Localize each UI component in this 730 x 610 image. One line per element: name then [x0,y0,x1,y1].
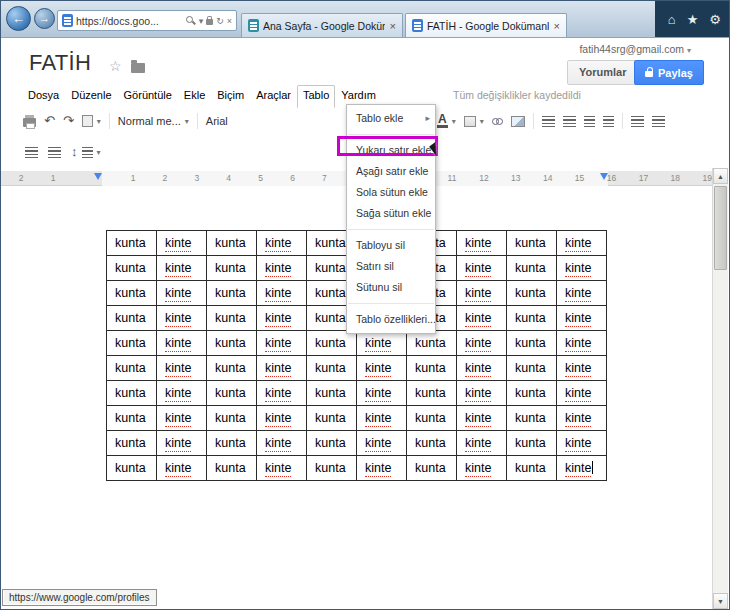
font-dropdown[interactable]: Arial [206,115,228,127]
table-cell[interactable]: kinte [257,256,307,281]
table-cell[interactable]: kunta [307,456,357,481]
justify-icon[interactable] [25,147,38,158]
menu-item-tablo-ekle[interactable]: Tablo ekle▸ [347,108,435,129]
table-cell[interactable]: kunta [107,406,157,431]
table-cell[interactable]: kunta [507,306,557,331]
undo-icon[interactable]: ↶ [44,114,55,128]
menu-yard-m[interactable]: Yardım [335,85,382,105]
fill-color-button[interactable]: ▾ [464,116,484,127]
table-cell[interactable]: kinte [257,331,307,356]
scroll-down-button[interactable]: ▼ [713,593,728,609]
print-icon[interactable] [23,118,36,127]
tab-fatih[interactable]: FATİH - Google Dokümanlar × [405,13,567,37]
favorites-star-icon[interactable]: ★ [687,12,699,28]
table-cell[interactable]: kinte [257,406,307,431]
table-cell[interactable]: kunta [207,231,257,256]
menu-ekle[interactable]: Ekle [178,85,211,105]
table-cell[interactable]: kinte [457,231,507,256]
account-menu[interactable]: fatih44srg@gmail.com ▾ [579,43,691,55]
table-cell[interactable]: kinte [157,281,207,306]
table-cell[interactable]: kunta [107,331,157,356]
table-cell[interactable]: kinte [257,381,307,406]
table-cell[interactable]: kunta [207,281,257,306]
tab-close-icon[interactable]: × [390,20,396,32]
gear-icon[interactable]: ⚙ [709,12,721,28]
table-cell[interactable]: kunta [507,331,557,356]
insert-image-icon[interactable] [511,116,525,127]
table-cell[interactable]: kunta [507,406,557,431]
table-cell[interactable]: kinte [257,456,307,481]
menu-dosya[interactable]: Dosya [22,85,65,105]
table-cell[interactable]: kinte [157,256,207,281]
menu-item-sola-s-tun-ekle[interactable]: Sola sütun ekle [347,182,435,203]
share-button[interactable]: Paylaş [634,60,704,85]
table-cell[interactable]: kunta [107,306,157,331]
home-icon[interactable]: ⌂ [668,12,676,28]
table-cell[interactable]: kinte [357,406,407,431]
table-cell[interactable]: kinte [557,281,607,306]
vertical-scrollbar[interactable]: ▲ ▼ [712,168,728,609]
table-cell[interactable]: kinte [257,231,307,256]
styles-dropdown[interactable]: Normal me... ▾ [118,115,189,127]
table-cell[interactable]: kunta [207,431,257,456]
tab-close-icon[interactable]: × [554,20,560,32]
search-icon[interactable] [186,16,196,26]
table-cell[interactable]: kunta [107,356,157,381]
table-cell[interactable]: kunta [107,281,157,306]
table-cell[interactable]: kinte [557,456,607,481]
table-cell[interactable]: kunta [307,431,357,456]
table-cell[interactable]: kinte [457,456,507,481]
insert-link-icon[interactable] [492,118,503,125]
table-cell[interactable]: kinte [457,306,507,331]
table-cell[interactable]: kinte [157,231,207,256]
table-cell[interactable]: kinte [257,281,307,306]
table-cell[interactable]: kinte [357,456,407,481]
align-center-icon[interactable] [48,147,61,158]
table-cell[interactable]: kinte [457,381,507,406]
table-cell[interactable]: kunta [107,231,157,256]
table-cell[interactable]: kunta [407,331,457,356]
align-left-icon[interactable] [631,116,644,127]
menu-tablo[interactable]: Tablo [297,85,335,108]
table-cell[interactable]: kunta [507,281,557,306]
table-cell[interactable]: kunta [407,406,457,431]
table-cell[interactable]: kinte [257,306,307,331]
table-cell[interactable]: kinte [557,406,607,431]
table-cell[interactable]: kinte [457,406,507,431]
align-justify-icon[interactable] [652,116,665,127]
menu-item-tabloyu-sil[interactable]: Tabloyu sil [347,235,435,256]
table-cell[interactable]: kinte [457,431,507,456]
refresh-icon[interactable]: ↻ [216,16,224,26]
table-cell[interactable]: kunta [207,256,257,281]
table-cell[interactable]: kinte [357,331,407,356]
table-cell[interactable]: kinte [157,356,207,381]
document-title[interactable]: FATİH [29,50,91,76]
table-cell[interactable]: kunta [207,406,257,431]
folder-icon[interactable] [131,63,145,73]
table-cell[interactable]: kinte [457,356,507,381]
menu-item-tablo-zellikleri[interactable]: Tablo özellikleri... [347,309,435,330]
redo-icon[interactable]: ↷ [63,114,74,128]
table-cell[interactable]: kinte [557,356,607,381]
table-cell[interactable]: kinte [157,456,207,481]
increase-indent-icon[interactable] [603,116,614,127]
table-cell[interactable]: kunta [407,431,457,456]
menu-item-sat-r-sil[interactable]: Satırı sil [347,256,435,277]
table-cell[interactable]: kinte [557,381,607,406]
table-cell[interactable]: kunta [507,431,557,456]
menu-item-yukar-sat-r-ekle[interactable]: Yukarı satır ekle [347,140,435,161]
table-cell[interactable]: kunta [407,381,457,406]
table-cell[interactable]: kunta [507,381,557,406]
table-cell[interactable]: kinte [157,431,207,456]
table-cell[interactable]: kunta [507,256,557,281]
table-cell[interactable]: kunta [307,356,357,381]
left-indent-marker[interactable] [94,173,102,180]
decrease-indent-icon[interactable] [584,116,595,127]
table-cell[interactable]: kinte [257,356,307,381]
numbered-list-icon[interactable] [542,116,555,127]
table-cell[interactable]: kunta [207,306,257,331]
table-cell[interactable]: kinte [157,306,207,331]
table-cell[interactable]: kunta [307,331,357,356]
url-text[interactable]: https://docs.goo... [76,15,183,27]
table-cell[interactable]: kunta [207,331,257,356]
